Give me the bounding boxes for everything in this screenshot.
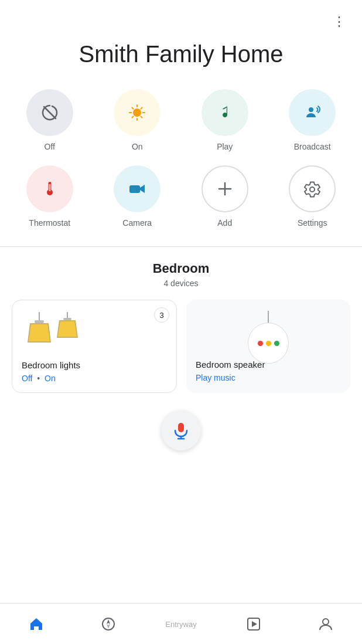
- quick-actions-grid: Off On Play: [0, 82, 362, 246]
- title-section: Smith Family Home: [0, 34, 362, 82]
- speaker-icon-area: [196, 311, 341, 352]
- action-camera-label: Camera: [122, 218, 152, 228]
- action-camera[interactable]: Camera: [94, 158, 182, 235]
- more-menu-button[interactable]: ⋮: [328, 9, 351, 34]
- device-status-lights: Off • On: [22, 374, 167, 383]
- speaker-action-label[interactable]: Play music: [196, 373, 235, 382]
- svg-marker-31: [107, 619, 110, 624]
- device-name-lights: Bedroom lights: [22, 360, 167, 370]
- svg-marker-26: [58, 321, 77, 337]
- svg-point-18: [310, 187, 315, 192]
- action-circle-broadcast: [289, 89, 336, 136]
- device-card-bedroom-speaker[interactable]: Bedroom speaker Play music: [186, 300, 350, 393]
- action-on-label: On: [132, 142, 143, 151]
- action-broadcast-label: Broadcast: [294, 142, 331, 151]
- action-off-label: Off: [45, 142, 55, 151]
- nav-item-media[interactable]: [217, 604, 290, 644]
- status-on-label: On: [45, 374, 56, 383]
- device-status-speaker: Play music: [196, 373, 341, 382]
- svg-point-35: [323, 619, 329, 625]
- on-icon: [127, 102, 148, 123]
- svg-rect-14: [129, 185, 140, 193]
- speaker-dots: [258, 341, 279, 346]
- add-icon: [216, 180, 234, 198]
- svg-line-6: [132, 107, 134, 109]
- action-circle-on: [114, 89, 160, 136]
- action-circle-thermostat: [26, 165, 73, 212]
- svg-rect-13: [49, 184, 50, 191]
- broadcast-icon: [302, 102, 323, 123]
- device-card-bedroom-lights[interactable]: 3 Bedroom lights: [12, 300, 177, 393]
- svg-marker-32: [107, 624, 110, 629]
- play-icon: [214, 102, 235, 123]
- person-nav-icon: [318, 616, 333, 632]
- camera-icon: [127, 178, 148, 199]
- fab-container: [12, 405, 350, 459]
- microphone-fab[interactable]: [161, 411, 201, 450]
- nav-item-account[interactable]: [289, 604, 362, 644]
- room-devices-count: 4 devices: [12, 279, 350, 288]
- media-nav-icon: [246, 616, 261, 632]
- svg-rect-20: [35, 320, 44, 323]
- lights-icon-area: [22, 312, 167, 353]
- home-nav-icon: [29, 616, 44, 632]
- action-off[interactable]: Off: [6, 82, 94, 158]
- svg-marker-22: [29, 324, 50, 341]
- svg-point-1: [133, 109, 141, 117]
- bottom-navigation: Entryway: [0, 603, 362, 644]
- nav-item-explore[interactable]: [73, 604, 145, 644]
- home-title: Smith Family Home: [12, 40, 350, 68]
- room-section: Bedroom 4 devices 3: [0, 261, 362, 517]
- device-row: 3 Bedroom lights: [12, 300, 350, 393]
- nav-entryway-label: Entryway: [165, 620, 196, 629]
- microphone-icon: [172, 421, 190, 440]
- speaker-circle-icon: [248, 323, 289, 364]
- section-divider: [0, 246, 362, 247]
- action-add[interactable]: Add: [181, 158, 269, 235]
- action-settings[interactable]: Settings: [269, 158, 357, 235]
- action-play[interactable]: Play: [181, 82, 269, 158]
- svg-line-8: [141, 107, 142, 109]
- settings-icon: [303, 179, 322, 198]
- svg-rect-27: [178, 423, 184, 432]
- status-dot: •: [37, 374, 40, 383]
- svg-marker-34: [252, 621, 257, 627]
- action-on[interactable]: On: [94, 82, 182, 158]
- status-off-label: Off: [22, 374, 32, 383]
- header: ⋮: [0, 0, 362, 34]
- action-add-label: Add: [217, 218, 232, 228]
- nav-item-entryway[interactable]: Entryway: [145, 604, 217, 644]
- svg-line-0: [44, 107, 56, 118]
- action-thermostat-label: Thermostat: [29, 218, 70, 228]
- room-title: Bedroom: [12, 261, 350, 276]
- action-play-label: Play: [217, 142, 233, 151]
- device-badge: 3: [154, 307, 169, 323]
- svg-line-7: [141, 117, 142, 118]
- svg-line-9: [132, 117, 134, 118]
- action-circle-play: [202, 89, 248, 136]
- svg-rect-24: [63, 318, 71, 320]
- action-settings-label: Settings: [298, 218, 327, 228]
- action-circle-settings: [289, 165, 336, 212]
- action-broadcast[interactable]: Broadcast: [269, 82, 357, 158]
- dot-red: [258, 341, 263, 346]
- nav-item-home[interactable]: [0, 604, 73, 644]
- dot-green: [274, 341, 279, 346]
- action-circle-off: [26, 89, 73, 136]
- bedroom-lights-icon: [22, 312, 86, 353]
- svg-marker-15: [140, 185, 145, 193]
- action-thermostat[interactable]: Thermostat: [6, 158, 94, 235]
- svg-point-10: [309, 107, 313, 112]
- dot-yellow: [266, 341, 271, 346]
- action-circle-add: [202, 165, 248, 212]
- thermostat-icon: [39, 178, 60, 199]
- action-circle-camera: [114, 165, 160, 212]
- off-icon: [39, 102, 60, 123]
- compass-nav-icon: [101, 616, 116, 632]
